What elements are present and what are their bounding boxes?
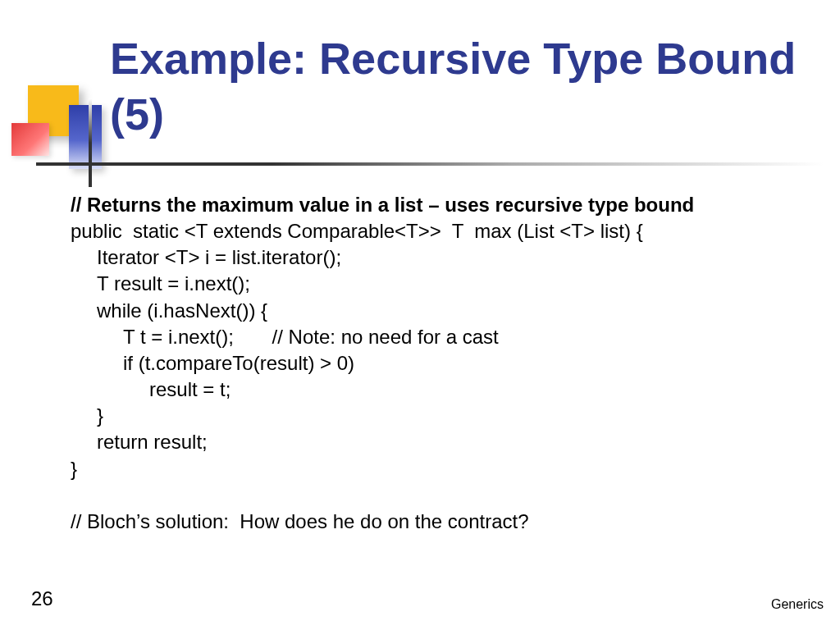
code-comment-question: // Bloch’s solution: How does he do on t… — [71, 509, 815, 535]
blank-line — [71, 482, 815, 509]
code-line: } — [71, 403, 815, 429]
ornament-red-square — [11, 123, 49, 156]
code-line: T result = i.next(); — [71, 271, 815, 297]
ornament-horizontal-rule — [36, 162, 824, 166]
ornament-vertical-rule — [89, 98, 92, 187]
code-line: if (t.compareTo(result) > 0) — [71, 350, 815, 377]
code-line: public static <T extends Comparable<T>> … — [71, 218, 815, 244]
code-line: result = t; — [71, 377, 815, 403]
code-comment-header: // Returns the maximum value in a list –… — [71, 192, 815, 218]
code-line: Iterator <T> i = list.iterator(); — [71, 244, 815, 271]
footer-label: Generics — [771, 597, 824, 612]
code-line: while (i.hasNext()) { — [71, 298, 815, 324]
slide-title: Example: Recursive Type Bound (5) — [110, 31, 815, 142]
page-number: 26 — [31, 587, 53, 610]
code-line: return result; — [71, 429, 815, 455]
slide-body: // Returns the maximum value in a list –… — [71, 192, 815, 535]
code-line: } — [71, 456, 815, 482]
ornament-yellow-square — [28, 85, 79, 136]
ornament-blue-bar — [69, 105, 102, 169]
code-line: T t = i.next(); // Note: no need for a c… — [71, 324, 815, 350]
